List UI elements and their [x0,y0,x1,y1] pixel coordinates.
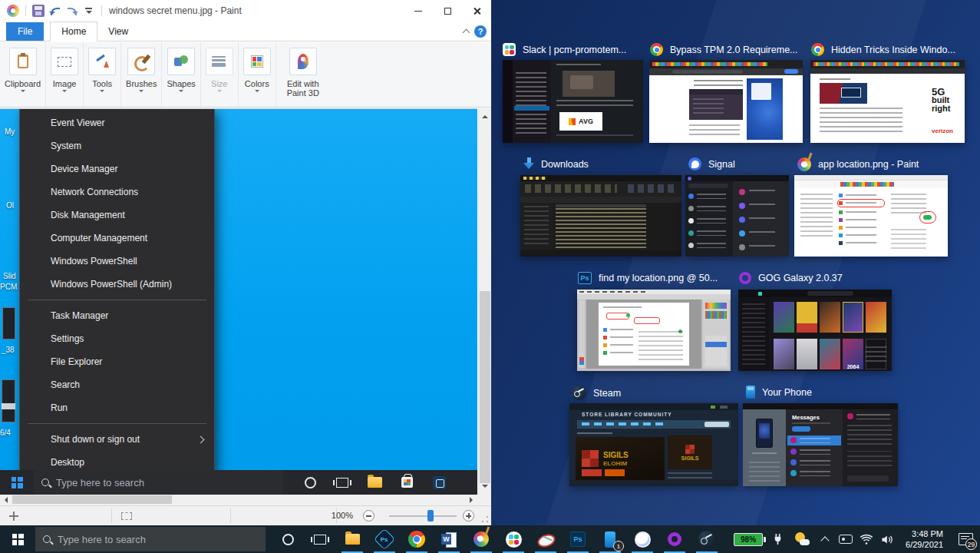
thumbnail-hidden-tricks[interactable]: 5G built right verizon [810,60,965,143]
taskview-window-app-location[interactable]: app location.png - Paint [797,157,919,171]
help-icon[interactable]: ? [474,25,487,38]
menu-item-run[interactable]: Run [20,396,214,419]
vertical-scrollbar[interactable] [478,108,491,495]
tab-home[interactable]: Home [50,22,97,41]
thumbnail-title: Signal [708,159,735,170]
cortana-button[interactable] [272,525,304,553]
taskview-window-downloads[interactable]: Downloads [523,157,589,171]
zoom-slider-track[interactable] [389,515,457,517]
taskbar-word[interactable]: W [433,525,465,553]
taskview-window-your-phone[interactable]: Your Phone [746,386,812,399]
taskview-window-signal[interactable]: Signal [688,157,735,171]
scroll-down-arrow[interactable] [482,485,488,491]
screenshot-file-explorer-icon [358,469,391,495]
chrome-icon [408,531,425,548]
taskview-window-hidden-tricks[interactable]: Hidden Tricks Inside Windo... [811,43,955,56]
menu-item-search[interactable]: Search [20,373,214,396]
minimize-button[interactable] [404,0,433,22]
paint-window: windows secret menu.jpg - Paint File Hom… [0,0,491,525]
taskbar-snipping-tool[interactable] [530,525,562,553]
menu-item-computer-management[interactable]: Computer Management [20,227,214,250]
ribbon-group-shapes[interactable]: Shapes [162,42,200,107]
tab-view[interactable]: View [97,22,139,41]
close-button[interactable] [462,0,491,22]
resize-grip[interactable] [481,515,489,523]
thumbnail-signal[interactable] [685,175,789,257]
taskbar-photoshop-express[interactable]: Ps [368,525,401,553]
save-icon[interactable] [32,5,45,17]
menu-item-device-manager[interactable]: Device Manager [20,157,214,180]
group-label: Tools [92,79,112,88]
taskbar-signal[interactable] [626,525,658,553]
thumbnail-bypass-tpm[interactable] [649,60,803,143]
scroll-right-arrow[interactable] [470,497,476,503]
start-button[interactable] [0,525,35,553]
thumbnail-slack[interactable]: AVG [503,60,643,143]
taskbar-clock[interactable]: 3:48 PM 6/29/2021 [906,528,943,550]
menu-item-shutdown[interactable]: Shut down or sign out [20,428,214,451]
thumbnail-your-phone[interactable]: Messages [743,403,898,486]
taskbar-gog-galaxy[interactable] [658,525,691,553]
menu-item-settings[interactable]: Settings [20,327,214,350]
taskbar-photoshop[interactable]: Ps [562,525,594,553]
taskview-window-gog-galaxy[interactable]: GOG Galaxy 2.0.37 [739,272,843,284]
ribbon-group-brushes[interactable]: Brushes [121,42,162,107]
taskbar-paint[interactable] [465,525,497,553]
action-center-button[interactable]: 29 [951,525,980,553]
horizontal-scroll-thumb[interactable] [12,495,172,504]
ribbon-group-colors[interactable]: Colors [239,42,276,107]
photoshop-icon: Ps [578,272,592,284]
menu-item-network-connections[interactable]: Network Connections [20,180,214,204]
taskbar-chrome[interactable] [401,525,433,553]
taskview-window-find-my-location[interactable]: Ps find my location.png @ 50... [578,272,718,284]
ribbon-group-clipboard[interactable]: Clipboard [0,42,46,107]
thumbnail-app-location-paint[interactable] [794,175,948,257]
horizontal-scrollbar[interactable] [0,495,477,505]
scroll-up-arrow[interactable] [482,112,488,118]
thumbnail-steam[interactable]: STORE LIBRARY COMMUNITY SIGILS ELOHIM SI… [569,403,738,486]
taskview-window-steam[interactable]: Steam [572,386,621,400]
weather-widget[interactable] [789,525,815,553]
network-button[interactable] [856,525,876,553]
menu-item-event-viewer[interactable]: Event Viewer [20,111,214,134]
taskview-window-slack[interactable]: Slack | pcm-promotem... [503,43,626,56]
zoom-out-button[interactable] [363,510,375,522]
thumbnail-find-my-location[interactable] [577,290,731,371]
ribbon-group-image[interactable]: Image [46,42,84,107]
tab-file[interactable]: File [6,22,44,41]
battery-widget[interactable]: 98% [734,533,766,546]
taskbar-search-box[interactable] [35,527,266,551]
maximize-button[interactable] [433,0,462,22]
menu-item-file-explorer[interactable]: File Explorer [20,350,214,373]
taskbar-your-phone[interactable]: 1 [594,525,626,553]
task-view-button[interactable] [304,525,336,553]
taskbar-slack[interactable] [497,525,530,553]
zoom-slider-thumb[interactable] [427,510,434,522]
tray-expand-button[interactable] [815,525,835,553]
menu-item-windows-powershell[interactable]: Windows PowerShell [20,250,214,273]
menu-item-system[interactable]: System [20,134,214,157]
vertical-scroll-thumb[interactable] [480,291,490,483]
ribbon-group-tools[interactable]: Tools [84,42,121,107]
taskbar-file-explorer[interactable] [336,525,368,553]
menu-item-windows-powershell-admin[interactable]: Windows PowerShell (Admin) [20,273,214,296]
scroll-left-arrow[interactable] [2,497,8,503]
thumbnail-downloads[interactable] [520,175,681,257]
zoom-in-button[interactable] [463,510,474,522]
taskbar-search-input[interactable] [58,534,211,545]
speaker-icon [881,534,894,545]
menu-item-task-manager[interactable]: Task Manager [20,304,214,327]
edit-with-paint3d-button[interactable]: Edit with Paint 3D [276,42,330,107]
taskview-window-bypass-tpm[interactable]: Bypass TPM 2.0 Requireme... [650,43,798,56]
undo-icon[interactable] [49,5,61,17]
taskbar-steam[interactable] [691,525,723,553]
volume-button[interactable] [876,525,898,553]
redo-icon[interactable] [66,5,78,17]
collapse-ribbon-icon[interactable] [463,29,470,37]
thumbnail-gog-galaxy[interactable]: 2064 [738,290,892,371]
paint-canvas[interactable]: My Ol Slid PCM _38 6/4 Event Viewer Syst… [0,108,477,495]
quick-access-dropdown-icon[interactable] [83,5,95,17]
paint-icon [472,530,490,548]
menu-item-disk-management[interactable]: Disk Management [20,204,214,227]
tray-device-button[interactable] [835,525,856,553]
